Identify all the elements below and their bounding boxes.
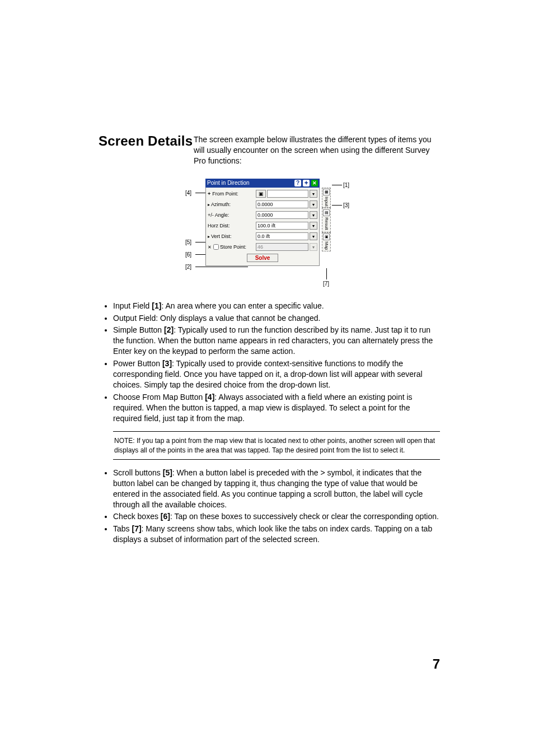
plus-icon: + — [208, 191, 210, 197]
vert-field[interactable]: 0.0 ift — [256, 232, 308, 240]
list-item: Output Field: Only displays a value that… — [113, 313, 440, 324]
label-azimuth[interactable]: Azimuth: — [208, 202, 255, 207]
horz-field[interactable]: 100.0 ift — [256, 222, 308, 230]
device-screenshot: Point in Direction ? ✦ ✕ +From Point: ▣ … — [205, 179, 320, 266]
list-item: Power Button [3]: Typically used to prov… — [113, 358, 440, 390]
callout-4: [4] — [185, 190, 191, 196]
list-item: Input Field [1]: An area where you can e… — [113, 301, 440, 311]
list-item: Choose From Map Button [4]: Always assoc… — [113, 392, 440, 424]
callout-5: [5] — [185, 239, 191, 245]
page: Screen Details The screen example below … — [0, 0, 534, 756]
list-item: Check boxes [6]: Tap on these boxes to s… — [113, 511, 440, 522]
title-icons: ? ✦ ✕ — [294, 180, 318, 186]
page-title: Screen Details — [99, 133, 184, 149]
row-azimuth: Azimuth: 0.0000 ▼ — [208, 200, 317, 209]
heading-row: Screen Details The screen example below … — [99, 134, 440, 166]
row-angle: +/- Angle: 0.0000 ▼ — [208, 211, 317, 220]
figure: [4] [5] [6] [2] [1] [3] [7] Point in Dir… — [185, 179, 353, 291]
solve-row: Solve — [208, 254, 317, 262]
callout-6: [6] — [185, 251, 191, 258]
star-icon[interactable]: ✦ — [303, 180, 310, 186]
note-block: NOTE: If you tap a point from the map vi… — [113, 431, 440, 459]
tab-input-icon: ▦ — [323, 189, 330, 195]
dropdown-angle[interactable]: ▼ — [310, 211, 317, 219]
tab-map-icon: ▣ — [323, 234, 330, 240]
callout-7-line — [326, 268, 327, 279]
dropdown-store: ▼ — [310, 243, 317, 251]
row-from-point: +From Point: ▣ ▼ — [208, 189, 317, 199]
window-title: Point in Direction — [207, 180, 294, 186]
dropdown-horz[interactable]: ▼ — [310, 222, 317, 230]
bullet-list-1: Input Field [1]: An area where you can e… — [99, 301, 440, 424]
tab-map[interactable]: ▣Map — [322, 232, 331, 251]
list-item: Tabs [7]: Many screens show tabs, which … — [113, 524, 440, 545]
list-item: Simple Button [2]: Typically used to run… — [113, 325, 440, 357]
store-point-checkbox[interactable] — [213, 244, 219, 250]
store-field: 46 — [256, 243, 308, 251]
label-horz: Horz Dist: — [208, 223, 255, 228]
form-body: +From Point: ▣ ▼ Azimuth: 0.0000 ▼ +/- A… — [205, 188, 320, 266]
help-icon[interactable]: ? — [294, 180, 301, 186]
from-point-field[interactable] — [267, 190, 308, 198]
dropdown-vert[interactable]: ▼ — [310, 232, 317, 240]
tab-input[interactable]: ▦Input — [322, 188, 331, 208]
callout-3: [3] — [343, 202, 349, 208]
angle-field[interactable]: 0.0000 — [256, 211, 308, 219]
dropdown-from-point[interactable]: ▼ — [310, 190, 317, 198]
callout-2: [2] — [185, 264, 191, 270]
callout-7: [7] — [323, 281, 329, 287]
callout-1-line — [332, 185, 342, 185]
title-bar: Point in Direction ? ✦ ✕ — [205, 179, 320, 188]
choose-from-map-button[interactable]: ▣ — [256, 190, 266, 198]
row-horz: Horz Dist: 100.0 ift ▼ — [208, 221, 317, 231]
list-item: Scroll buttons [5]: When a button label … — [113, 468, 440, 510]
label-vert[interactable]: Vert Dist: — [208, 234, 255, 239]
bullet-list-2: Scroll buttons [5]: When a button label … — [99, 468, 440, 545]
intro-paragraph: The screen example below illustrates the… — [194, 134, 440, 166]
label-angle: +/- Angle: — [208, 212, 255, 218]
dropdown-azimuth[interactable]: ▼ — [310, 200, 317, 208]
row-store: Store Point: 46 ▼ — [208, 242, 317, 252]
tab-result[interactable]: ▤Result — [322, 208, 331, 232]
label-from-point: +From Point: — [208, 191, 255, 197]
page-number: 7 — [433, 656, 440, 672]
x-icon — [208, 244, 213, 250]
callout-3-line — [332, 205, 342, 206]
tab-result-icon: ▤ — [323, 209, 330, 216]
azimuth-field[interactable]: 0.0000 — [256, 200, 308, 208]
side-tabs: ▦Input ▤Result ▣Map — [322, 188, 331, 251]
solve-button[interactable]: Solve — [247, 254, 279, 262]
label-store: Store Point: — [208, 244, 255, 250]
close-icon[interactable]: ✕ — [311, 180, 318, 186]
figure-container: [4] [5] [6] [2] [1] [3] [7] Point in Dir… — [99, 179, 440, 291]
callout-1: [1] — [343, 182, 349, 188]
row-vert: Vert Dist: 0.0 ift ▼ — [208, 232, 317, 241]
callout-2-line — [195, 267, 248, 267]
